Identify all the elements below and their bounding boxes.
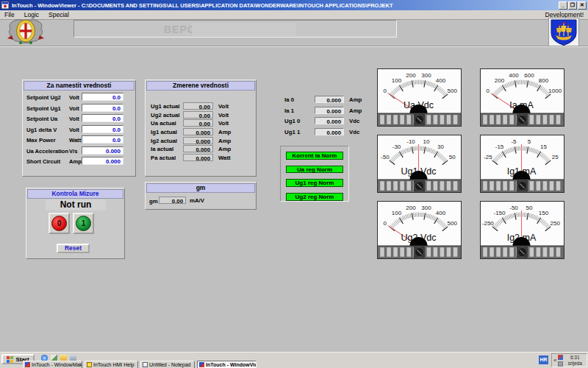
city-coat-of-arms-right	[548, 18, 579, 49]
svg-text:50: 50	[449, 154, 456, 160]
svg-text:-30: -30	[392, 144, 401, 150]
setpoint-row: Setpoint Ug1 Volt 0.0	[23, 104, 135, 113]
svg-text:-150: -150	[493, 210, 506, 216]
analog-meter: 0100200300400500Ug2 Vdc	[377, 201, 462, 259]
setpoint-label: Setpoint Ug2	[26, 94, 61, 101]
window-title: InTouch - WindowViewer - C:\DOCUMENTS AN…	[12, 2, 558, 9]
setpoint-row: Short Circuit Amp 0.000	[23, 157, 135, 166]
svg-text:15: 15	[540, 144, 547, 150]
task-app-icon	[143, 362, 148, 367]
taskbar-task-button[interactable]: Untitled - Notepad	[140, 361, 195, 368]
svg-text:200: 200	[495, 77, 505, 84]
aux-reading-row: Ug1 1 0.000 Vdc	[282, 128, 370, 136]
taskbar-task-button[interactable]: InTouch HMI Help	[85, 361, 138, 368]
setpoint-value-input[interactable]: 0.000	[82, 146, 123, 155]
aux-reading-value-display: 0.000	[315, 117, 344, 124]
taskbar-task-button[interactable]: InTouch - WindowMaker ...	[23, 361, 82, 368]
setpoint-row: Ug1 delta V Volt 0.0	[23, 125, 135, 134]
measured-unit: Amp	[218, 129, 231, 135]
gm-label: gm	[149, 198, 158, 205]
measured-label: Ia actual	[151, 146, 173, 152]
window-control-button[interactable]: ❐	[568, 1, 577, 10]
measured-unit: Volt	[218, 112, 229, 118]
setpoint-unit: V/s	[69, 148, 77, 155]
svg-text:400: 400	[436, 77, 446, 84]
setpoint-row: Max Power Watt 0.0	[23, 135, 135, 144]
title-bar: InTouch - WindowViewer - C:\DOCUMENTS AN…	[0, 0, 588, 10]
setpoint-value-input[interactable]: 0.0	[82, 135, 123, 144]
svg-text:800: 800	[539, 77, 549, 84]
aux-reading-label: Ia 0	[284, 96, 294, 103]
clock-time: 6:31	[564, 355, 585, 361]
analog-meter: 0100200300400500Ua Vdc	[377, 68, 462, 127]
stop-button[interactable]: 0	[49, 213, 70, 234]
tray-app-icon-2[interactable]	[558, 361, 563, 367]
control-panel-title: Kontrola Mizure	[27, 189, 123, 199]
svg-text:400: 400	[436, 210, 446, 216]
svg-text:600: 600	[524, 72, 534, 79]
svg-text:25: 25	[552, 154, 559, 160]
task-app-icon	[199, 362, 204, 367]
task-label: Untitled - Notepad	[149, 362, 190, 367]
setpoint-label: Setpoint Ua	[26, 116, 57, 122]
svg-text:150: 150	[539, 210, 549, 216]
windows-flag-icon	[7, 356, 13, 363]
tray-app-icon[interactable]	[558, 355, 563, 360]
setpoint-value-input[interactable]: 0.0	[82, 114, 123, 122]
setpoint-value-input[interactable]: 0.000	[82, 157, 123, 165]
measured-value-display: 0.000	[183, 145, 213, 152]
clock-day: srijeda	[564, 361, 585, 367]
svg-text:5: 5	[528, 138, 531, 145]
aux-reading-unit: Amp	[349, 96, 362, 103]
setpoint-row: Setpoint Ug2 Volt 0.0	[23, 93, 135, 102]
svg-text:500: 500	[448, 220, 458, 227]
svg-text:250: 250	[551, 220, 561, 227]
svg-text:0: 0	[384, 88, 387, 94]
measured-row: Ia actual 0.000 Amp	[146, 145, 256, 152]
taskbar-task-button[interactable]: InTouch - WindowVie...	[197, 361, 257, 368]
status-indicators-panel: Korrent Ia Norm Ua reg Norm Ug1 reg Norm…	[280, 146, 349, 202]
language-indicator[interactable]: HR	[539, 355, 548, 364]
svg-text:-15: -15	[495, 144, 504, 150]
aux-reading-label: Ia 1	[284, 107, 294, 114]
taskbar-tasks: InTouch - WindowMaker ... InTouch HMI He…	[23, 361, 257, 368]
measured-row: Ug2 actual 0.00 Volt	[146, 111, 256, 118]
tray-expand-chevron[interactable]: «	[553, 357, 556, 364]
analog-meter: -250-150-5050150250Ig2 mA	[480, 201, 564, 259]
svg-text:0: 0	[487, 88, 490, 94]
svg-text:-50: -50	[381, 154, 390, 160]
aux-reading-row: Ia 1 0.000 Amp	[282, 107, 370, 115]
setpoint-unit: Volt	[69, 116, 79, 122]
setpoint-unit: Amp	[69, 158, 82, 165]
window-control-button[interactable]: _	[559, 1, 567, 10]
task-app-icon	[87, 362, 92, 367]
aux-reading-unit: Amp	[349, 107, 362, 114]
measured-unit: Volt	[218, 103, 229, 110]
measured-row: Ig2 actual 0.000 Amp	[146, 137, 256, 144]
window-control-button[interactable]: ✕	[578, 1, 587, 10]
taskbar: Start InTouch - WindowMaker ... InTouch …	[0, 352, 588, 368]
start-button[interactable]: 1	[73, 213, 94, 234]
menu-item[interactable]: Special	[49, 11, 69, 18]
measured-row: Ug1 actual 0.00 Volt	[146, 102, 256, 110]
app-icon	[1, 1, 9, 9]
setpoint-value-input[interactable]: 0.0	[82, 125, 123, 133]
svg-text:-250: -250	[482, 220, 495, 227]
aux-reading-label: Ug1 0	[284, 118, 300, 124]
tray-icons	[558, 355, 563, 367]
measured-unit: Amp	[218, 146, 231, 152]
reset-button[interactable]: Reset	[57, 244, 90, 253]
task-label: InTouch - WindowVie...	[206, 362, 257, 367]
setpoint-value-input[interactable]: 0.0	[82, 93, 123, 101]
status-indicator: Ua reg Norm	[286, 166, 343, 174]
run-status-display: Not run	[46, 199, 106, 210]
measured-label: Ug2 actual	[151, 112, 179, 118]
measured-value-display: 0.00	[183, 111, 213, 118]
setpoint-label: Short Circuit	[26, 158, 60, 165]
aux-reading-row: Ia 0 0.000 Amp	[282, 96, 370, 104]
measured-label: Ig2 actual	[151, 138, 177, 144]
setpoint-value-input[interactable]: 0.0	[82, 104, 123, 112]
gm-value-display: 0.00	[159, 197, 186, 204]
clock[interactable]: 6:31 srijeda	[564, 355, 585, 366]
setpoint-label: Setpoint Ug1	[26, 105, 61, 112]
